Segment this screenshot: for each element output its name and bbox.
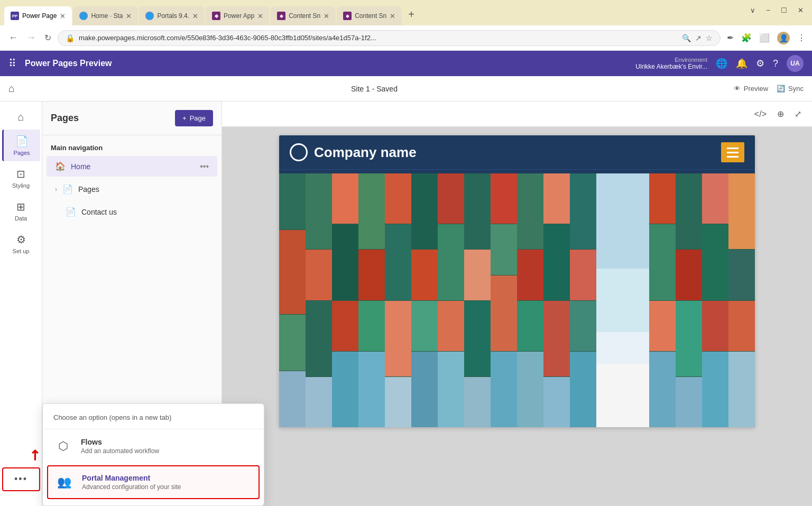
menu-line-1: [727, 148, 739, 149]
site-hamburger-button[interactable]: [721, 142, 744, 162]
environment-name: Ulrikke Akerbæk's Envir...: [635, 63, 707, 70]
tab-close[interactable]: ✕: [390, 12, 395, 20]
styling-nav-label: Styling: [12, 182, 30, 189]
expand-button[interactable]: ⤢: [792, 107, 804, 121]
bell-icon[interactable]: 🔔: [736, 58, 748, 69]
home-page-label: Home: [71, 162, 195, 171]
data-nav-label: Data: [15, 215, 27, 222]
setup-nav-icon: ⚙: [16, 233, 26, 246]
left-nav: ⌂ 📄 Pages ⊡ Styling ⊞ Data ⚙ Set up ••• …: [0, 102, 42, 506]
app-title: Power Pages Preview: [25, 59, 627, 68]
sync-label: Sync: [788, 85, 804, 93]
add-page-button[interactable]: + Page: [175, 110, 213, 126]
home-icon[interactable]: ⌂: [8, 82, 15, 95]
tab-close[interactable]: ✕: [324, 12, 329, 20]
tab-powerpages[interactable]: PP Power Page ✕: [4, 6, 72, 25]
nav-item-data[interactable]: ⊞ Data: [2, 195, 40, 227]
containers-grid: [279, 173, 755, 427]
eyedropper-icon[interactable]: ✒: [727, 33, 734, 43]
close-icon[interactable]: ✕: [798, 6, 804, 14]
zoom-button[interactable]: ⊕: [775, 107, 786, 121]
pages-sidebar: Pages + Page Main navigation 🏠 Home ••• …: [42, 102, 222, 506]
styling-nav-icon: ⊡: [16, 168, 25, 180]
page-item-pages[interactable]: › 📄 Pages: [47, 179, 217, 199]
lock-icon: 🔒: [66, 34, 75, 42]
dropdown-item-flows[interactable]: ⬡ Flows Add an automated workflow: [43, 429, 264, 463]
nav-item-styling[interactable]: ⊡ Styling: [2, 162, 40, 194]
waffle-icon[interactable]: ⠿: [8, 57, 16, 70]
home-page-more-icon[interactable]: •••: [200, 162, 209, 171]
share-icon: ↗: [695, 34, 702, 42]
nav-item-setup[interactable]: ⚙ Set up: [2, 228, 40, 260]
profile-icon[interactable]: 👤: [777, 32, 790, 44]
setup-nav-label: Set up: [13, 248, 30, 254]
nav-item-pages[interactable]: 📄 Pages: [2, 130, 40, 161]
tab-close[interactable]: ✕: [60, 12, 66, 20]
flows-item-text: Flows Add an automated workflow: [81, 438, 159, 455]
app-header: ⠿ Power Pages Preview Environment Ulrikk…: [0, 51, 812, 76]
data-nav-icon: ⊞: [16, 200, 25, 213]
tab-content2[interactable]: ◆ Content Sn ✕: [337, 6, 402, 25]
page-item-home[interactable]: 🏠 Home •••: [47, 156, 217, 177]
tab-title: Power App: [224, 12, 254, 20]
nav-more-button[interactable]: •••: [2, 467, 40, 491]
more-dots-icon: •••: [14, 474, 27, 485]
environment-label: Environment: [635, 57, 707, 63]
forward-button[interactable]: →: [24, 30, 38, 45]
code-view-button[interactable]: </>: [752, 107, 769, 121]
tab-close[interactable]: ✕: [192, 12, 198, 20]
new-tab-button[interactable]: +: [403, 6, 420, 23]
reload-button[interactable]: ↻: [42, 31, 53, 45]
sync-icon: 🔄: [777, 85, 785, 93]
sync-button[interactable]: 🔄 Sync: [777, 85, 804, 93]
tab-close[interactable]: ✕: [257, 12, 263, 20]
tab-title: Content Sn: [355, 12, 386, 20]
restore-icon[interactable]: −: [766, 6, 770, 14]
pages-panel-title: Pages: [51, 113, 79, 124]
nav-item-home[interactable]: ⌂: [2, 106, 40, 128]
flows-item-desc: Add an automated workflow: [81, 447, 159, 455]
dropdown-item-portal-management[interactable]: 👥 Portal Management Advanced configurati…: [47, 465, 260, 499]
pages-page-label: Pages: [78, 185, 209, 194]
tab-favicon-pp: PP: [11, 12, 19, 20]
bookmark-icon: ☆: [706, 34, 713, 42]
flows-item-name: Flows: [81, 438, 159, 446]
contact-page-icon: 📄: [66, 207, 76, 217]
home-page-icon: 🏠: [55, 161, 66, 171]
flows-item-icon: ⬡: [53, 437, 72, 456]
tab-favicon-pa: ◆: [212, 12, 220, 20]
extensions-icon[interactable]: 🧩: [741, 33, 752, 43]
tab-title: Power Page: [22, 12, 57, 20]
pages-nav-label: Pages: [13, 150, 30, 156]
main-layout: ⌂ 📄 Pages ⊡ Styling ⊞ Data ⚙ Set up ••• …: [0, 102, 812, 506]
minimize-icon[interactable]: ∨: [750, 6, 755, 14]
site-nav-bar: [279, 169, 755, 173]
maximize-icon[interactable]: ☐: [781, 6, 787, 14]
canvas-content: Company name: [222, 127, 812, 506]
menu-icon[interactable]: ⋮: [797, 33, 806, 43]
tab-powerapps[interactable]: ◆ Power App ✕: [206, 6, 270, 25]
canvas-toolbar: </> ⊕ ⤢: [222, 102, 812, 127]
browser-toolbar-icons: ✒ 🧩 ⬜ 👤 ⋮: [727, 32, 806, 44]
settings-icon[interactable]: ⚙: [756, 58, 764, 69]
browser-chrome: PP Power Page ✕ 🌐 Home · Sta ✕ 🌐 Portals…: [0, 0, 812, 51]
tab-portals[interactable]: 🌐 Portals 9.4. ✕: [139, 6, 205, 25]
tab-content1[interactable]: ◆ Content Sn ✕: [271, 6, 336, 25]
tab-close[interactable]: ✕: [126, 12, 132, 20]
user-avatar[interactable]: UA: [787, 55, 804, 72]
url-box[interactable]: 🔒 make.powerpages.microsoft.com/e/550e83…: [58, 30, 721, 46]
nav-section-title: Main navigation: [42, 135, 222, 156]
tab-home[interactable]: 🌐 Home · Sta ✕: [73, 6, 138, 25]
address-bar: ← → ↻ 🔒 make.powerpages.microsoft.com/e/…: [0, 25, 812, 51]
site-logo-circle: [290, 143, 308, 161]
split-icon[interactable]: ⬜: [759, 33, 770, 43]
tab-title: Portals 9.4.: [157, 12, 189, 20]
pages-nav-icon: 📄: [15, 135, 29, 148]
page-item-contact[interactable]: 📄 Contact us: [57, 201, 217, 222]
site-preview: Company name: [279, 135, 755, 427]
tab-favicon-cs2: ◆: [343, 12, 352, 20]
preview-button[interactable]: 👁 Preview: [734, 85, 768, 93]
back-button[interactable]: ←: [6, 30, 20, 45]
tab-favicon-cs1: ◆: [277, 12, 285, 20]
help-icon[interactable]: ?: [773, 58, 778, 69]
